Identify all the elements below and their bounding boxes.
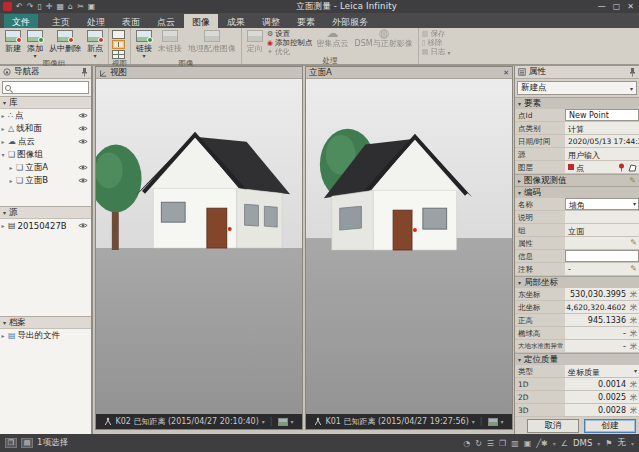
- visibility-eye-icon[interactable]: [78, 112, 88, 119]
- dense-point-cloud-button[interactable]: ☁ 密集点云: [315, 29, 351, 50]
- tab-features[interactable]: 要素: [289, 14, 323, 28]
- section-feature[interactable]: ▾要素: [515, 97, 639, 109]
- section-source[interactable]: ▾源: [0, 206, 91, 219]
- add-control-point-button[interactable]: ◉ 添加控制点: [267, 39, 313, 47]
- list-icon[interactable]: ☰: [487, 439, 494, 448]
- orient-button[interactable]: 定向: [245, 29, 265, 55]
- station-label[interactable]: K02 已知距离 (2015/04/27 20:10:40): [115, 416, 258, 427]
- tree-item-exported-files[interactable]: ▸▤ 导出的文件: [0, 329, 91, 342]
- section-library[interactable]: ▾库: [0, 96, 91, 109]
- section-coding[interactable]: ▾编码: [515, 186, 639, 198]
- clock-icon[interactable]: ◔: [463, 439, 470, 448]
- home-icon[interactable]: ⌂: [68, 2, 73, 11]
- quality-type-select[interactable]: 坐标质量 ▾: [565, 365, 639, 377]
- tab-adjustments[interactable]: 调整: [254, 14, 288, 28]
- viewport-canvas[interactable]: [306, 79, 512, 414]
- visibility-eye-icon[interactable]: [78, 138, 88, 145]
- navigator-search-input[interactable]: [2, 81, 89, 94]
- pin-icon[interactable]: [629, 68, 636, 77]
- tab-imaging[interactable]: 图像: [184, 14, 218, 28]
- angle-format[interactable]: DMS: [573, 438, 592, 448]
- close-viewport-icon[interactable]: ✕: [503, 69, 509, 77]
- visibility-eye-icon[interactable]: [78, 177, 88, 184]
- cancel-button[interactable]: 取消: [527, 419, 579, 433]
- surface-icon[interactable]: ▦: [57, 2, 65, 11]
- add-image-button[interactable]: 添加: [25, 29, 45, 59]
- viewport-canvas[interactable]: [96, 79, 302, 414]
- visibility-eye-icon[interactable]: [78, 222, 88, 229]
- antenna-mode[interactable]: 无: [617, 437, 626, 449]
- delete-icon[interactable]: ▯: [37, 2, 41, 11]
- dropdown-icon[interactable]: ▾: [501, 418, 504, 425]
- tree-item-facade-b[interactable]: ▸❏ 立面B: [0, 174, 91, 187]
- image-icon[interactable]: [278, 418, 288, 426]
- layers-icon[interactable]: ▤: [21, 438, 33, 448]
- tab-file[interactable]: 文件: [4, 14, 38, 28]
- code-name-select[interactable]: 墙角 ▾: [565, 198, 639, 210]
- new-point-button[interactable]: 新点: [85, 29, 105, 59]
- new-image-group-button[interactable]: 新建: [3, 29, 23, 55]
- edit-pencil-icon[interactable]: ✎: [630, 265, 637, 273]
- settings-button[interactable]: ⚙ 设置: [267, 30, 313, 38]
- dropdown-icon[interactable]: ▾: [262, 418, 265, 425]
- cut-icon[interactable]: ✂: [77, 2, 84, 11]
- save-button[interactable]: ▥ 保存: [422, 30, 451, 38]
- visibility-eye-icon[interactable]: [78, 164, 88, 171]
- remove-from-group-button[interactable]: 从中删除: [47, 29, 83, 55]
- report-icon[interactable]: ▥: [511, 439, 519, 448]
- unlink-button[interactable]: 未链接: [156, 29, 184, 55]
- log-button[interactable]: ▤ 日志 ▾: [422, 48, 451, 56]
- close-button[interactable]: ✕: [627, 2, 634, 11]
- viewport-3d[interactable]: 视图: [95, 66, 303, 430]
- tree-item-points[interactable]: ▸∴ 点: [0, 109, 91, 122]
- four-pane-layout-icon[interactable]: [112, 50, 125, 59]
- two-pane-layout-icon[interactable]: [112, 40, 125, 49]
- report-icon[interactable]: ▣: [88, 2, 96, 11]
- edit-pencil-icon[interactable]: ✎: [630, 239, 637, 247]
- viewport-facade-a[interactable]: 立面A ✕: [305, 66, 513, 430]
- dsm-ortho-button[interactable]: ◍ DSM与正射影像: [353, 29, 415, 50]
- link-button[interactable]: 链接: [134, 29, 154, 59]
- image-icon[interactable]: [488, 418, 498, 426]
- tree-item-image-groups[interactable]: ▾❏ 图像组: [0, 148, 91, 161]
- maximize-button[interactable]: ▢: [613, 2, 621, 11]
- layer-value[interactable]: 点: [565, 161, 639, 173]
- windows-icon[interactable]: ❐: [499, 439, 506, 448]
- tree-item-source-file[interactable]: ▸▤ 20150427B: [0, 219, 91, 232]
- tree-item-lines-areas[interactable]: ▸△ 线和面: [0, 122, 91, 135]
- create-button[interactable]: 创建: [584, 419, 636, 433]
- sync-icon[interactable]: ↻: [475, 439, 482, 448]
- tab-pointclouds[interactable]: 点云: [149, 14, 183, 28]
- dropdown-icon[interactable]: ▾: [291, 418, 294, 425]
- pin-icon[interactable]: [81, 68, 88, 77]
- minimize-button[interactable]: —: [598, 2, 606, 11]
- add-icon[interactable]: ✛: [46, 2, 53, 11]
- section-local-coordinates[interactable]: ▾局部坐标: [515, 276, 639, 288]
- section-position-quality[interactable]: ▾定位质量: [515, 353, 639, 365]
- station-label[interactable]: K01 已知距离 (2015/04/27 19:27:56): [325, 416, 468, 427]
- tab-surfaces[interactable]: 表面: [114, 14, 148, 28]
- undo-icon[interactable]: ↶: [16, 2, 23, 11]
- tree-item-facade-a[interactable]: ▸❏ 立面A: [0, 161, 91, 174]
- tab-home[interactable]: 主页: [44, 14, 78, 28]
- marker-pin-icon[interactable]: [618, 163, 625, 172]
- section-archive[interactable]: ▾档案: [0, 316, 91, 329]
- remove-button[interactable]: ▯ 移除: [422, 39, 451, 47]
- tab-deliverables[interactable]: 成果: [219, 14, 253, 28]
- snap-icon[interactable]: ╱✱: [536, 439, 548, 448]
- folder-icon[interactable]: ▣: [524, 439, 532, 448]
- optimize-button[interactable]: ✦ 优化: [267, 48, 313, 56]
- point-id-input[interactable]: New Point: [565, 109, 639, 121]
- property-context-select[interactable]: 新建点 ▾: [517, 81, 637, 95]
- redo-icon[interactable]: ↷: [27, 2, 34, 11]
- single-pane-layout-icon[interactable]: [112, 30, 125, 39]
- section-image-observations[interactable]: ▸图像观测值 ✎: [515, 174, 639, 186]
- dropdown-icon[interactable]: ▾: [472, 418, 475, 425]
- selection-mode-icon[interactable]: ❐: [5, 438, 17, 448]
- visibility-eye-icon[interactable]: [78, 125, 88, 132]
- edit-pencil-icon[interactable]: ✎: [629, 177, 636, 185]
- georeference-image-button[interactable]: 地理配准图像: [186, 29, 238, 55]
- info-input[interactable]: [565, 250, 639, 262]
- tree-item-point-clouds[interactable]: ▸☁ 点云: [0, 135, 91, 148]
- tab-processing[interactable]: 处理: [79, 14, 113, 28]
